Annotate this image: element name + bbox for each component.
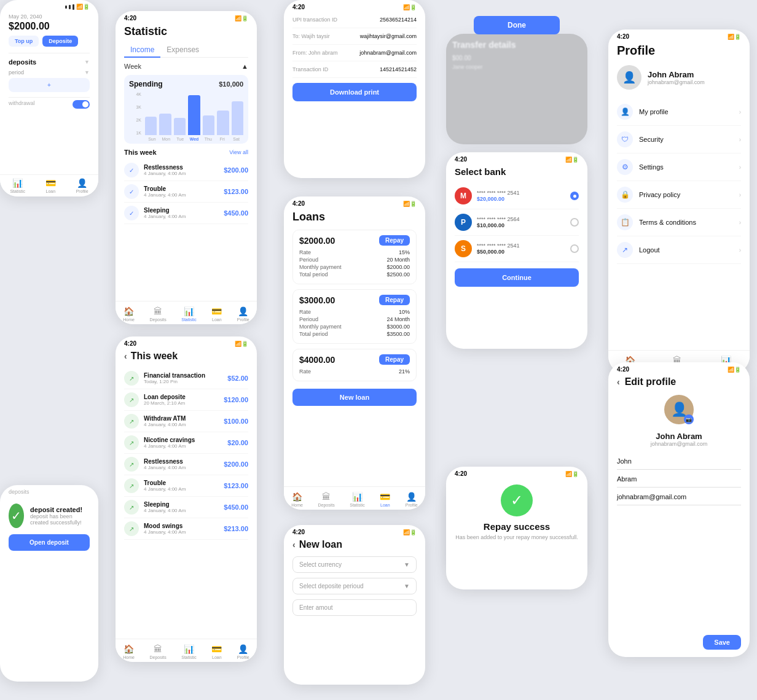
nav-loan-stat[interactable]: 💳Loan — [211, 306, 222, 322]
menu-terms[interactable]: 📋 Terms & conditions › — [617, 209, 741, 236]
open-deposit-button[interactable]: Open deposit — [9, 534, 90, 551]
bank-paypal[interactable]: P **** **** **** 2564 $10,000.00 — [455, 209, 579, 236]
tw-mood-amount: $213.00 — [224, 525, 248, 532]
tw-sleeping-name: Sleeping — [144, 501, 219, 508]
loan1-monthly-val: $2000.00 — [386, 264, 410, 270]
nav-profile[interactable]: 👤Profile — [76, 178, 88, 193]
period-select[interactable]: Select deposite perioud ▼ — [292, 578, 417, 594]
nav-statistic-active[interactable]: 📊Statistic — [181, 306, 197, 322]
tw-nicotine-amount: $20.00 — [227, 439, 248, 446]
nav-profile-stat[interactable]: 👤Profile — [237, 306, 249, 322]
tw-loan-amount: $120.00 — [224, 396, 248, 403]
menu-settings[interactable]: ⚙ Settings › — [617, 154, 741, 181]
bank-mc-radio[interactable] — [570, 192, 579, 200]
tw-loan-name: Loan deposite — [144, 394, 219, 400]
stat-period[interactable]: Week ▲ — [124, 63, 248, 70]
save-button[interactable]: Save — [703, 635, 741, 650]
loan1-total-val: $2500.00 — [386, 271, 410, 278]
loan1-rate-label: Rate — [299, 249, 311, 255]
loans-nav-statistic[interactable]: 📊Statistic — [350, 492, 365, 507]
tx-sleeping-amount: $450.00 — [224, 209, 248, 217]
bank-pp-radio[interactable] — [570, 218, 579, 227]
success-check-icon: ✓ — [501, 484, 533, 516]
amount-input[interactable]: Enter amout — [292, 599, 417, 616]
tw-nav-home[interactable]: 🏠Home — [123, 644, 135, 659]
tw-trouble-name: Trouble — [144, 480, 219, 486]
stat-signal: 📶🔋 — [235, 15, 248, 21]
loan1-rate-val: 15% — [399, 249, 410, 255]
new-loan-button[interactable]: New loan — [292, 389, 417, 406]
left-deposit-card: 📶🔋 May 20, 2040 $2000.00 Top up Deposite… — [0, 0, 98, 196]
security-icon: 🛡 — [617, 131, 633, 147]
tw-loan: ↗ Loan deposite20 March, 2:10 Am $120.00 — [124, 389, 248, 411]
period-placeholder: Select deposite perioud — [299, 583, 364, 589]
bank-mastercard[interactable]: M **** **** **** 2541 $20,000.00 — [455, 183, 579, 209]
back-arrow-editprofile[interactable]: ‹ — [617, 377, 620, 387]
menu-myprofile[interactable]: 👤 My profile › — [617, 98, 741, 126]
bar-mon — [159, 92, 171, 135]
nav-statistic[interactable]: 📊Statistic — [10, 178, 25, 193]
tx-trouble-amount: $123.00 — [224, 188, 248, 195]
tab-expenses[interactable]: Expenses — [160, 43, 205, 58]
day-labels: Sun Mon Tue Wed Thu Fri Sat — [145, 137, 243, 141]
currency-select[interactable]: Select currency ▼ — [292, 556, 417, 573]
add-button[interactable]: + — [9, 78, 90, 92]
top-up-button[interactable]: Top up — [9, 36, 39, 47]
statistic-status-bar: 4:20 📶🔋 — [116, 11, 257, 23]
done-button[interactable]: Done — [474, 16, 560, 34]
nav-home-stat[interactable]: 🏠Home — [123, 306, 135, 322]
tx-sleeping-date: 4 January, 4:00 Am — [144, 214, 219, 219]
continue-button[interactable]: Continue — [455, 268, 579, 287]
loans-nav-loan-active[interactable]: 💳Loan — [380, 492, 390, 507]
logout-label: Logout — [639, 246, 733, 254]
nav-loan[interactable]: 💳Loan — [45, 178, 56, 193]
deposite-button[interactable]: Deposite — [42, 36, 78, 47]
tw-nav-statistic[interactable]: 📊Statistic — [181, 644, 197, 659]
transfer-details-card: Transfer details $00.00 Jane cooper — [446, 34, 587, 144]
tx-sleeping: ✓ Sleeping 4 January, 4:00 Am $450.00 — [124, 203, 248, 224]
view-all-link[interactable]: View all — [229, 149, 248, 155]
menu-privacy[interactable]: 🔒 Privacy policy › — [617, 181, 741, 209]
tw-nicotine-name: Nicotine cravings — [144, 437, 222, 443]
loans-nav: 🏠Home 🏛Deposits 📊Statistic 💳Loan 👤Profil… — [284, 486, 425, 510]
email-edit-field[interactable]: johnabram@gmail.com — [617, 489, 741, 505]
tw-nicotine: ↗ Nicotine cravings4 January, 4:00 Am $2… — [124, 432, 248, 454]
lastname-field[interactable]: Abram — [617, 471, 741, 488]
txdetail-from-label: From: John abram — [292, 50, 338, 56]
loan3-rate-label: Rate — [299, 368, 311, 375]
tx-restlessness-amount: $200.00 — [224, 166, 248, 174]
logout-chevron: › — [739, 247, 741, 254]
editprofile-time: 4:20 — [617, 366, 629, 373]
download-print-button[interactable]: Download print — [292, 83, 417, 101]
chart-title: Spending — [129, 80, 163, 88]
tw-nav-profile[interactable]: 👤Profile — [237, 644, 249, 659]
txdetail-upi-label: UPI transaction ID — [292, 17, 337, 23]
menu-logout[interactable]: ↗ Logout › — [617, 236, 741, 264]
loans-nav-profile[interactable]: 👤Profile — [406, 492, 418, 507]
tw-sleeping: ↗ Sleeping4 January, 4:00 Am $450.00 — [124, 497, 248, 518]
tw-nav-deposits[interactable]: 🏛Deposits — [149, 644, 166, 659]
loans-nav-home[interactable]: 🏠Home — [291, 492, 303, 507]
bank-st-radio[interactable] — [570, 244, 579, 253]
repay-btn-2[interactable]: Repay — [379, 295, 410, 305]
bank-st-balance: $50,000.00 — [477, 249, 565, 255]
camera-icon[interactable]: 📷 — [684, 414, 694, 424]
tw-atm-icon: ↗ — [124, 414, 139, 429]
tw-mood-icon: ↗ — [124, 521, 139, 536]
menu-security[interactable]: 🛡 Security › — [617, 126, 741, 154]
bank-stripe[interactable]: S **** **** **** 2541 $50,000.00 — [455, 236, 579, 262]
back-arrow-newloan[interactable]: ‹ — [292, 540, 296, 550]
withdrawal-toggle[interactable] — [73, 100, 90, 109]
nav-deposits-stat[interactable]: 🏛Deposits — [149, 306, 166, 322]
nav-loan-label: Loan — [46, 189, 56, 193]
repay-btn-1[interactable]: Repay — [379, 235, 410, 246]
edit-user-info: John Abram johnabram@gmail.com — [617, 432, 741, 447]
tw-sleeping-amount: $450.00 — [224, 504, 248, 511]
repay-btn-3[interactable]: Repay — [379, 354, 410, 365]
tab-income[interactable]: Income — [124, 43, 160, 58]
firstname-field[interactable]: John — [617, 453, 741, 470]
tw-nav-loan[interactable]: 💳Loan — [211, 644, 222, 659]
loans-nav-deposits[interactable]: 🏛Deposits — [318, 492, 334, 507]
created-title: deposit created! — [30, 506, 90, 513]
back-arrow-thisweek[interactable]: ‹ — [124, 351, 127, 361]
